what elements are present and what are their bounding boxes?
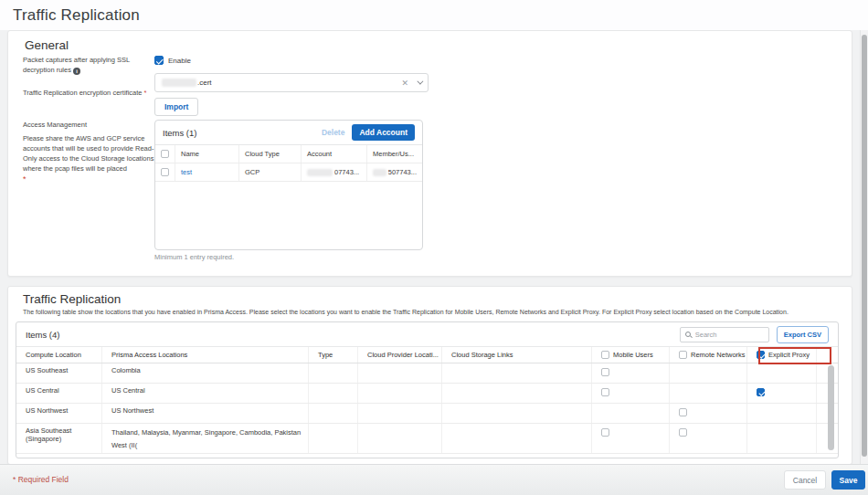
- cell-prisma-access-locations: Colombia: [102, 363, 309, 383]
- minimum-entry-note: Minimum 1 entry required.: [154, 253, 234, 261]
- remote-networks-checkbox[interactable]: [679, 408, 687, 416]
- footer-bar: * Required Field Cancel Save: [0, 464, 868, 495]
- column-header-cloud-storage-links: Cloud Storage Links: [442, 347, 592, 363]
- cell-cloud-type: GCP: [239, 163, 302, 181]
- items-count: Items (4): [26, 330, 59, 340]
- page-title: Traffic Replication: [13, 6, 140, 25]
- access-table-toolbar: Items (1) Delete Add Account: [155, 121, 422, 144]
- locations-table: Items (4) Export CSV Compute Location Pr…: [16, 321, 839, 458]
- remote-networks-header-checkbox[interactable]: [679, 351, 687, 359]
- column-header-mobile-users: Mobile Users: [592, 347, 670, 363]
- required-field-note: * Required Field: [13, 475, 69, 484]
- column-header-member: Member/Us...: [367, 145, 422, 163]
- select-all-checkbox[interactable]: [161, 150, 169, 158]
- certificate-label: Traffic Replication encryption certifica…: [23, 89, 169, 99]
- column-header-explicit-proxy: Explicit Proxy: [747, 347, 817, 363]
- certificate-select[interactable]: .cert ✕: [154, 73, 429, 92]
- add-account-button[interactable]: Add Account: [352, 124, 415, 141]
- access-accounts-table: Items (1) Delete Add Account Name Cloud …: [154, 120, 423, 250]
- delete-button[interactable]: Delete: [322, 128, 345, 137]
- redacted-value: [307, 169, 333, 176]
- column-header-cloud-provider-locations: Cloud Provider Locati...: [358, 347, 442, 363]
- account-name-link[interactable]: test: [175, 163, 239, 181]
- certificate-value: .cert: [162, 79, 401, 87]
- cell-prisma-access-locations: Thailand, Malaysia, Myanmar, Singapore, …: [102, 424, 309, 453]
- cell-account: 07743...: [302, 163, 367, 181]
- general-heading: General: [25, 38, 69, 52]
- cancel-button[interactable]: Cancel: [784, 470, 826, 490]
- table-row: US Central US Central: [16, 384, 838, 404]
- save-button[interactable]: Save: [831, 470, 865, 490]
- locations-table-toolbar: Items (4) Export CSV: [16, 322, 838, 346]
- mobile-users-checkbox[interactable]: [601, 428, 609, 437]
- access-table-header: Name Cloud Type Account Member/Us...: [155, 145, 422, 163]
- search-box: [680, 327, 769, 342]
- cell-compute-location: Asia Southeast (Singapore): [16, 424, 102, 453]
- mobile-users-header-checkbox[interactable]: [601, 351, 609, 359]
- required-asterisk: *: [23, 174, 26, 184]
- traffic-replication-heading: Traffic Replication: [23, 292, 121, 306]
- column-header-remote-networks: Remote Networks: [670, 347, 747, 363]
- page-scrollbar-thumb[interactable]: [862, 35, 867, 457]
- table-row: US Southeast Colombia: [16, 363, 838, 384]
- column-header-cloud-type: Cloud Type: [239, 145, 302, 163]
- mobile-users-checkbox[interactable]: [601, 368, 609, 376]
- column-header-type: Type: [309, 347, 358, 363]
- cell-compute-location: US Central: [16, 384, 102, 403]
- column-header-account: Account: [302, 145, 367, 163]
- explicit-proxy-header-checkbox[interactable]: [757, 351, 765, 359]
- enable-checkbox[interactable]: [154, 56, 164, 65]
- clear-icon[interactable]: ✕: [401, 79, 408, 88]
- column-header-name: Name: [175, 145, 239, 163]
- cell-compute-location: US Southeast: [16, 363, 102, 383]
- cell-prisma-access-locations: US Central: [102, 384, 309, 403]
- redacted-value: [373, 169, 386, 176]
- access-management-label: Access Management: [23, 121, 87, 131]
- search-input[interactable]: [695, 331, 764, 339]
- page-scrollbar-track[interactable]: [860, 30, 868, 464]
- cell-member: 507743...: [367, 163, 422, 181]
- traffic-replication-description: The following table show the locations t…: [23, 309, 841, 315]
- cell-compute-location: US Northwest: [16, 404, 102, 423]
- cell-prisma-access-locations: US Northwest: [102, 404, 309, 423]
- remote-networks-checkbox[interactable]: [679, 428, 687, 437]
- enable-label: Enable: [168, 57, 191, 65]
- enable-checkbox-row: Enable: [154, 56, 191, 65]
- column-header-prisma-access-locations: Prisma Access Locations: [102, 347, 309, 363]
- traffic-replication-section: Traffic Replication The following table …: [7, 286, 852, 465]
- locations-table-header: Compute Location Prisma Access Locations…: [16, 346, 838, 363]
- table-row: US Northwest US Northwest: [16, 404, 838, 424]
- export-csv-button[interactable]: Export CSV: [777, 326, 829, 343]
- table-row: test GCP 07743... 507743...: [155, 163, 422, 182]
- redacted-value: [162, 79, 196, 87]
- table-row: Asia Southeast (Singapore) Thailand, Mal…: [16, 424, 838, 454]
- general-section: General Packet captures after applying S…: [7, 30, 852, 277]
- info-icon[interactable]: i: [73, 68, 80, 75]
- top-bar: Traffic Replication: [0, 0, 868, 30]
- chevron-down-icon[interactable]: [417, 79, 423, 85]
- required-asterisk: *: [144, 89, 147, 97]
- row-checkbox[interactable]: [161, 168, 169, 176]
- items-count: Items (1): [163, 128, 196, 138]
- column-header-compute-location: Compute Location: [16, 347, 102, 363]
- search-icon: [685, 332, 692, 338]
- table-scrollbar[interactable]: [828, 365, 834, 450]
- packet-captures-label: Packet captures after applying SSL decry…: [23, 56, 132, 76]
- mobile-users-checkbox[interactable]: [601, 388, 609, 396]
- access-management-description: Please share the AWS and GCP service acc…: [23, 134, 154, 174]
- explicit-proxy-checkbox[interactable]: [757, 388, 765, 396]
- import-button[interactable]: Import: [154, 98, 198, 116]
